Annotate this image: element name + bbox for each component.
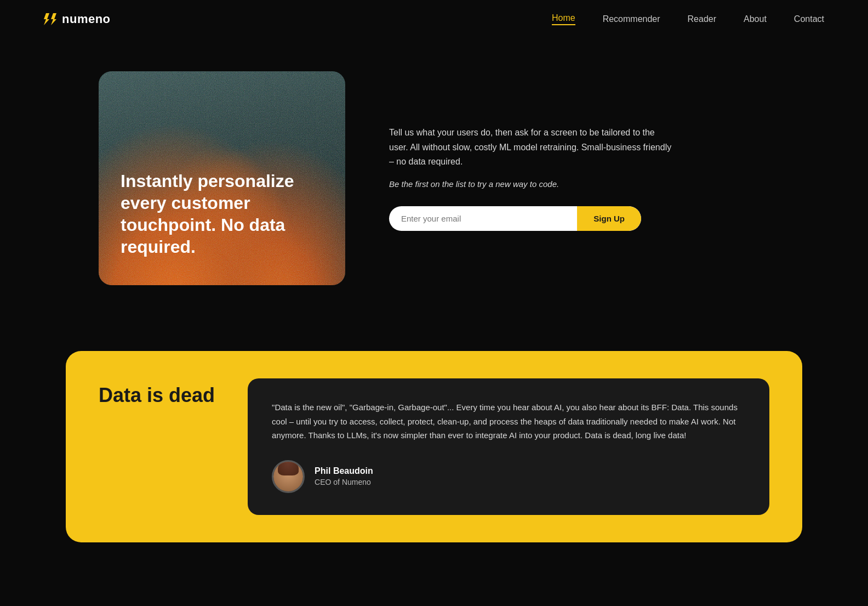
hero-description: Tell us what your users do, then ask for… xyxy=(389,126,674,169)
data-card: "Data is the new oil", "Garbage-in, Garb… xyxy=(248,378,769,515)
logo-text: numeno xyxy=(62,12,111,26)
data-section-title: Data is dead xyxy=(99,378,215,407)
author-avatar xyxy=(272,460,305,493)
nav-link-about[interactable]: About xyxy=(744,14,767,24)
nav-link-contact[interactable]: Contact xyxy=(794,14,824,24)
logo[interactable]: numeno xyxy=(44,12,111,26)
hero-headline: Instantly personalize every customer tou… xyxy=(121,170,323,258)
nav-links: Home Recommender Reader About Contact xyxy=(552,13,824,25)
nav-link-home[interactable]: Home xyxy=(552,13,575,25)
hero-content: Tell us what your users do, then ask for… xyxy=(389,126,674,230)
hero-tagline: Be the first on the list to try a new wa… xyxy=(389,179,674,189)
email-form: Sign Up xyxy=(389,206,641,231)
logo-icon xyxy=(44,13,56,25)
hero-card-text-area: Instantly personalize every customer tou… xyxy=(121,170,323,258)
avatar-hair xyxy=(278,461,299,475)
data-section: Data is dead "Data is the new oil", "Gar… xyxy=(66,351,802,542)
hero-card: Instantly personalize every customer tou… xyxy=(99,71,345,285)
signup-button[interactable]: Sign Up xyxy=(577,206,641,231)
email-input[interactable] xyxy=(389,206,577,231)
author-row: Phil Beaudoin CEO of Numeno xyxy=(272,460,745,493)
author-name: Phil Beaudoin xyxy=(315,466,373,476)
bolt-icon-1 xyxy=(44,13,49,25)
data-card-quote: "Data is the new oil", "Garbage-in, Garb… xyxy=(272,400,745,443)
nav-link-recommender[interactable]: Recommender xyxy=(603,14,660,24)
author-title: CEO of Numeno xyxy=(315,478,373,486)
navbar: numeno Home Recommender Reader About Con… xyxy=(0,0,868,38)
hero-section: Instantly personalize every customer tou… xyxy=(0,38,868,318)
author-info: Phil Beaudoin CEO of Numeno xyxy=(315,466,373,486)
bolt-icon-2 xyxy=(51,13,56,25)
nav-link-reader[interactable]: Reader xyxy=(688,14,716,24)
avatar-face xyxy=(273,460,303,493)
